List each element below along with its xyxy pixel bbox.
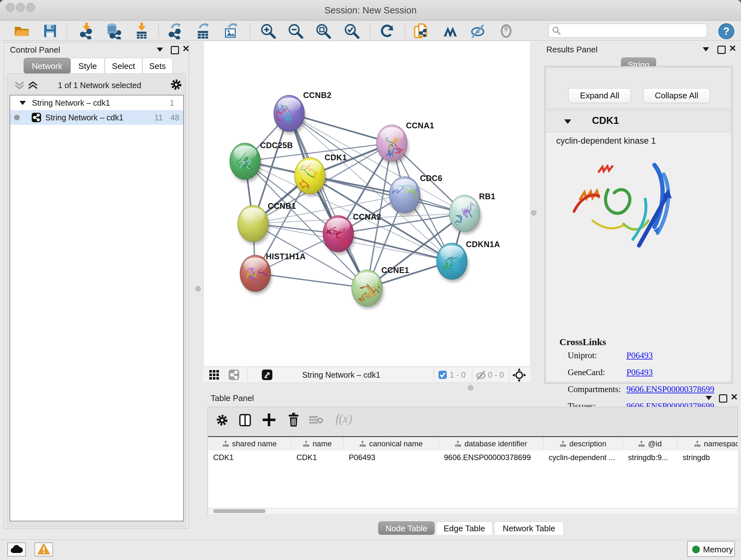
copy-network-style-button[interactable] (413, 23, 429, 39)
show-hide-eye-button[interactable] (498, 23, 515, 39)
column-header-shared-name[interactable]: shared name (208, 437, 291, 450)
function-builder-icon-disabled: f(x) (335, 412, 352, 426)
collapse-all-chevron-icon[interactable] (14, 81, 25, 90)
window-title: Session: New Session (0, 5, 741, 16)
network-node-ccnb1[interactable] (238, 205, 270, 244)
tab-select[interactable]: Select (105, 58, 142, 74)
export-network-button[interactable] (167, 23, 184, 39)
table-cell[interactable]: stringdb (677, 450, 738, 464)
save-session-button[interactable] (42, 23, 58, 39)
table-cell[interactable]: CDK1 (291, 450, 344, 464)
memory-button[interactable]: Memory (687, 541, 735, 557)
network-node-ccne1[interactable] (352, 270, 384, 309)
column-header-canonical-name[interactable]: canonical name (344, 437, 439, 450)
network-node-ccna1[interactable] (377, 125, 408, 164)
protein-result-card: CDK1 cyclin-dependent kinase 1 (546, 110, 731, 382)
help-button[interactable]: ? (718, 23, 735, 40)
grid-view-icon[interactable] (209, 370, 219, 380)
open-in-new-window-icon[interactable] (261, 369, 273, 381)
import-table-button[interactable] (133, 23, 150, 39)
network-canvas[interactable]: CCNB2CCNA1CDC25BCDK1CDC6RB1CCNB1CCNA2CDK… (203, 42, 530, 367)
tree-expand-icon[interactable] (19, 100, 26, 105)
table-cell[interactable]: CDK1 (208, 450, 291, 464)
network-node-ccna2[interactable] (323, 215, 355, 254)
tab-edge-table[interactable]: Edge Table (436, 521, 493, 535)
zoom-out-button[interactable] (287, 23, 304, 39)
scrollbar-thumb[interactable] (213, 509, 266, 513)
network-node-ccnb2[interactable] (266, 95, 306, 134)
network-node-rb1[interactable] (449, 195, 481, 234)
table-gear-icon[interactable] (215, 413, 229, 428)
open-session-button[interactable] (13, 23, 30, 39)
network-share-icon (31, 112, 42, 123)
separator (509, 369, 509, 381)
control-panel-close-icon[interactable]: ✕ (182, 45, 190, 53)
main-toolbar: ? (0, 21, 741, 41)
show-columns-icon[interactable] (238, 413, 253, 428)
table-panel-close-icon[interactable]: ✕ (731, 393, 738, 401)
export-image-button[interactable] (223, 23, 239, 39)
column-header-description[interactable]: description (543, 437, 623, 450)
network-node-cdc6[interactable] (388, 177, 421, 215)
selected-checkbox-icon[interactable] (438, 370, 447, 379)
table-horizontal-scrollbar[interactable] (208, 508, 738, 514)
table-cell[interactable]: P06493 (344, 450, 439, 464)
protein-header-row[interactable]: CDK1 (546, 111, 731, 132)
expand-all-button[interactable]: Expand All (568, 88, 631, 103)
results-panel: Results Panel ✕ String Expand All Collap… (540, 42, 741, 388)
collapse-all-button[interactable]: Collapse All (643, 88, 710, 103)
crosslink-link[interactable]: P06493 (626, 351, 653, 361)
network-collection-row[interactable]: String Network – cdk1 1 (10, 96, 183, 110)
refresh-view-button[interactable] (379, 23, 395, 39)
results-panel-float-icon[interactable] (718, 46, 726, 54)
tab-node-table[interactable]: Node Table (378, 521, 434, 535)
collapse-section-icon[interactable] (564, 119, 571, 124)
tab-network-table[interactable]: Network Table (494, 521, 564, 535)
tab-network[interactable]: Network (23, 58, 71, 74)
show-network-overview-button[interactable] (442, 23, 459, 39)
navigator-crosshair-icon[interactable] (512, 368, 526, 382)
control-panel-menu-icon[interactable] (157, 48, 163, 52)
search-input[interactable] (563, 25, 705, 36)
cloud-status-button[interactable] (7, 543, 26, 557)
string-network-graph[interactable]: CCNB2CCNA1CDC25BCDK1CDC6RB1CCNB1CCNA2CDK… (204, 42, 530, 367)
right-splitter-handle[interactable] (531, 210, 536, 215)
crosslink-label: Uniprot: (568, 351, 597, 361)
network-node-hist1h1a[interactable] (239, 255, 272, 294)
table-cell[interactable]: cyclin-dependent ... (543, 450, 623, 464)
results-panel-close-icon[interactable]: ✕ (729, 45, 736, 52)
tab-sets[interactable]: Sets (142, 58, 173, 74)
crosslink-link[interactable]: P06493 (626, 368, 653, 377)
network-view-toolbar: String Network – cdk1 1 - 0 0 - 0 (203, 367, 530, 383)
warnings-button[interactable] (35, 543, 53, 557)
column-header-name[interactable]: name (291, 437, 344, 450)
column-header-namespace[interactable]: namespace (677, 437, 738, 450)
export-table-button[interactable] (195, 23, 212, 39)
zoom-selected-button[interactable] (343, 23, 360, 39)
table-panel-float-icon[interactable] (719, 394, 727, 402)
delete-column-trash-icon[interactable] (286, 412, 301, 428)
zoom-in-button[interactable] (260, 23, 276, 39)
bottom-splitter-handle[interactable] (468, 385, 473, 390)
network-row-selected[interactable]: String Network – cdk1 11 48 (10, 110, 183, 125)
table-panel-menu-icon[interactable] (705, 396, 712, 400)
expand-all-chevron-icon[interactable] (27, 81, 38, 90)
column-header-database-identifier[interactable]: database identifier (439, 437, 543, 450)
column-header--id[interactable]: @id (623, 437, 677, 450)
import-network-from-database-button[interactable] (105, 23, 122, 39)
network-share-toggle-icon[interactable] (228, 369, 240, 381)
table-cell[interactable]: 9606.ENSP00000378699 (439, 450, 543, 464)
save-icon (42, 23, 58, 39)
hide-graphics-details-button[interactable] (469, 23, 486, 39)
results-panel-menu-icon[interactable] (703, 47, 709, 51)
tab-style[interactable]: Style (71, 58, 105, 74)
left-splitter-handle[interactable] (195, 286, 201, 292)
import-network-button[interactable] (78, 23, 95, 39)
separator (434, 369, 434, 381)
control-panel-float-icon[interactable] (171, 46, 179, 54)
zoom-fit-button[interactable] (315, 23, 332, 39)
network-node-cdkn1a[interactable] (436, 243, 468, 282)
add-column-icon[interactable] (261, 412, 277, 428)
network-options-gear-icon[interactable] (169, 78, 183, 91)
table-cell[interactable]: stringdb:9... (623, 450, 677, 464)
